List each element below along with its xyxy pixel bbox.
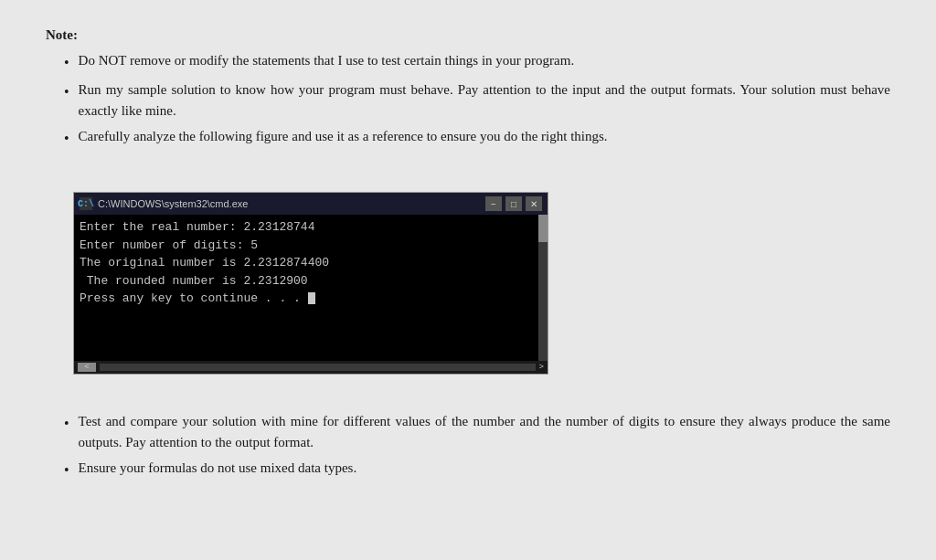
bullet-item-3: • Carefully analyze the following figure… xyxy=(64,126,890,150)
page-container: Note: • Do NOT remove or modify the stat… xyxy=(46,27,890,481)
top-bullet-list: • Do NOT remove or modify the statements… xyxy=(46,50,890,150)
bottom-bullet-list: • Test and compare your solution with mi… xyxy=(46,411,890,481)
cmd-footer: < > xyxy=(74,361,548,374)
spacer-top xyxy=(46,155,890,174)
cmd-scrollbar-right[interactable] xyxy=(538,215,548,361)
bullet-text-1: Do NOT remove or modify the statements t… xyxy=(79,50,890,71)
cmd-line-1: Enter the real number: 2.23128744 xyxy=(80,218,542,237)
cursor-block xyxy=(308,292,315,304)
bottom-bullet-dot-1: • xyxy=(64,413,69,435)
bullet-text-2: Run my sample solution to know how your … xyxy=(79,79,890,121)
cmd-titlebar-text: C:\WINDOWS\system32\cmd.exe xyxy=(98,198,485,209)
cmd-line-4: The rounded number is 2.2312900 xyxy=(80,272,542,291)
cmd-footer-scrollbar[interactable] xyxy=(100,364,536,371)
bottom-bullet-item-2: • Ensure your formulas do not use mixed … xyxy=(64,458,890,481)
spacer-bottom xyxy=(46,393,890,411)
cmd-line-3: The original number is 2.2312874400 xyxy=(80,254,542,272)
cmd-titlebar-icon: C:\ xyxy=(80,197,92,210)
cmd-titlebar-buttons: − □ ✕ xyxy=(485,196,542,211)
note-label: Note: xyxy=(46,27,890,43)
cmd-body: Enter the real number: 2.23128744 Enter … xyxy=(74,215,548,361)
maximize-button[interactable]: □ xyxy=(505,196,522,211)
bullet-dot-1: • xyxy=(64,52,69,74)
bullet-dot-2: • xyxy=(64,81,69,103)
bullet-dot-3: • xyxy=(64,128,69,150)
bottom-bullet-text-2: Ensure your formulas do not use mixed da… xyxy=(79,458,890,479)
cmd-footer-right-arrow: > xyxy=(539,363,544,372)
close-button[interactable]: ✕ xyxy=(526,196,542,211)
cmd-line-5: Press any key to continue . . . xyxy=(80,290,542,308)
minimize-button[interactable]: − xyxy=(485,196,502,211)
bullet-item-2: • Run my sample solution to know how you… xyxy=(64,79,890,121)
cmd-footer-left-arrow: < xyxy=(78,363,96,372)
bullet-text-3: Carefully analyze the following figure a… xyxy=(79,126,890,147)
cmd-scrollbar-thumb xyxy=(538,215,548,242)
bullet-item-1: • Do NOT remove or modify the statements… xyxy=(64,50,890,74)
bottom-bullet-dot-2: • xyxy=(64,460,69,481)
bottom-bullet-text-1: Test and compare your solution with mine… xyxy=(79,411,890,452)
cmd-line-2: Enter number of digits: 5 xyxy=(80,237,542,255)
cmd-titlebar: C:\ C:\WINDOWS\system32\cmd.exe − □ ✕ xyxy=(74,193,548,215)
cmd-window: C:\ C:\WINDOWS\system32\cmd.exe − □ ✕ En… xyxy=(73,192,548,375)
bottom-bullet-item-1: • Test and compare your solution with mi… xyxy=(64,411,890,452)
